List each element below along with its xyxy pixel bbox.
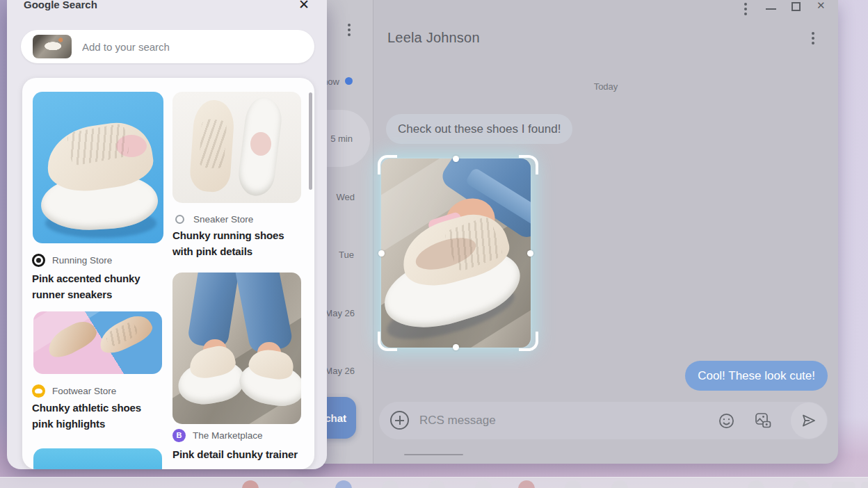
search-results-card: Running Store Pink accented chunky runne… [22, 78, 314, 469]
taskbar-app-icon[interactable] [289, 480, 305, 488]
window-menu-icon[interactable] [744, 3, 747, 6]
maximize-button[interactable] [791, 2, 801, 11]
result-image-5[interactable] [33, 448, 162, 469]
crop-handle-top-left[interactable] [378, 155, 397, 174]
taskbar-app-icon[interactable] [748, 480, 764, 488]
result-title[interactable]: Chunky running shoes with pink details [172, 228, 294, 259]
crop-handle-bottom-right[interactable] [519, 332, 538, 351]
taskbar-app-icon[interactable] [428, 480, 445, 488]
close-panel-icon[interactable]: ✕ [296, 0, 312, 13]
emoji-icon[interactable] [716, 411, 736, 430]
send-button[interactable] [791, 402, 827, 439]
taskbar-app-icon[interactable] [382, 480, 399, 488]
taskbar-tray-tile[interactable] [832, 482, 855, 488]
store-badge-letter-icon: B [172, 429, 186, 442]
shared-photo-message[interactable] [381, 158, 531, 348]
store-name[interactable]: Footwear Store [52, 386, 116, 396]
minimize-button[interactable] [766, 8, 776, 10]
search-image-thumbnail [33, 35, 72, 58]
crop-handle-bottom-left[interactable] [378, 332, 397, 351]
taskbar-app-icon[interactable] [565, 480, 581, 488]
crop-handle-right[interactable] [527, 250, 533, 257]
taskbar-tray-tile[interactable] [861, 482, 868, 488]
taskbar-app-icon[interactable] [475, 480, 492, 488]
conversation-timestamp[interactable]: May 26 [325, 308, 355, 318]
search-bar[interactable] [21, 30, 314, 63]
result-image-3[interactable] [33, 311, 162, 374]
store-name[interactable]: Sneaker Store [193, 214, 253, 225]
conversation-timestamp[interactable]: 5 min [330, 133, 353, 144]
results-scrollbar[interactable] [309, 92, 312, 190]
taskbar-app-icon[interactable] [518, 480, 535, 488]
bottom-indicator [404, 454, 463, 455]
unread-dot [345, 77, 353, 85]
crop-handle-top[interactable] [453, 156, 459, 162]
conversation-timestamp[interactable]: Tue [339, 250, 354, 260]
conversation-list-menu-icon[interactable] [348, 24, 351, 26]
compose-bar [379, 402, 828, 439]
store-name[interactable]: The Marketplace [193, 430, 263, 441]
taskbar-app-icon[interactable] [611, 480, 628, 488]
contact-name: Leela Johnson [387, 30, 480, 46]
send-icon [801, 412, 817, 429]
outgoing-message-bubble[interactable]: Cool! These look cute! [685, 361, 828, 391]
chat-menu-icon[interactable] [812, 32, 814, 35]
date-separator: Today [373, 81, 838, 92]
plus-icon[interactable] [390, 411, 409, 430]
result-image-4[interactable] [172, 273, 301, 424]
result-image-1[interactable] [33, 92, 163, 243]
panel-title: Google Search [24, 0, 97, 10]
search-input[interactable] [82, 30, 305, 63]
conversation-timestamp[interactable]: Wed [337, 192, 355, 202]
close-window-button[interactable]: ✕ [817, 0, 826, 12]
taskbar-app-icon[interactable] [793, 480, 810, 488]
taskbar-app-icon[interactable] [335, 480, 352, 488]
crop-handle-bottom[interactable] [453, 344, 459, 350]
store-badge-yellow-icon [32, 384, 45, 398]
taskbar [0, 477, 868, 488]
result-title[interactable]: Pink accented chunky runner sneakers [32, 271, 166, 302]
store-name[interactable]: Running Store [52, 255, 112, 266]
incoming-message-bubble[interactable]: Check out these shoes I found! [386, 114, 572, 144]
result-title[interactable]: Pink detail chunky trainer [172, 447, 312, 463]
google-search-panel: Google Search ✕ Running Store Pink accen… [7, 0, 327, 469]
conversation-timestamp[interactable]: May 26 [325, 366, 355, 376]
taskbar-app-icon[interactable] [242, 480, 259, 488]
result-title[interactable]: Chunky athletic shoes pink highlights [32, 400, 161, 432]
messages-window: ✕ now 5 min Wed Tue May 26 May 26 Start … [299, 0, 838, 464]
message-input[interactable] [419, 402, 698, 439]
gallery-icon[interactable] [753, 411, 773, 430]
crop-handle-top-right[interactable] [519, 155, 538, 174]
crop-handle-left[interactable] [378, 250, 385, 257]
result-image-2[interactable] [172, 92, 301, 203]
store-badge-target-icon [32, 254, 45, 267]
store-badge-outline-icon [175, 215, 184, 224]
